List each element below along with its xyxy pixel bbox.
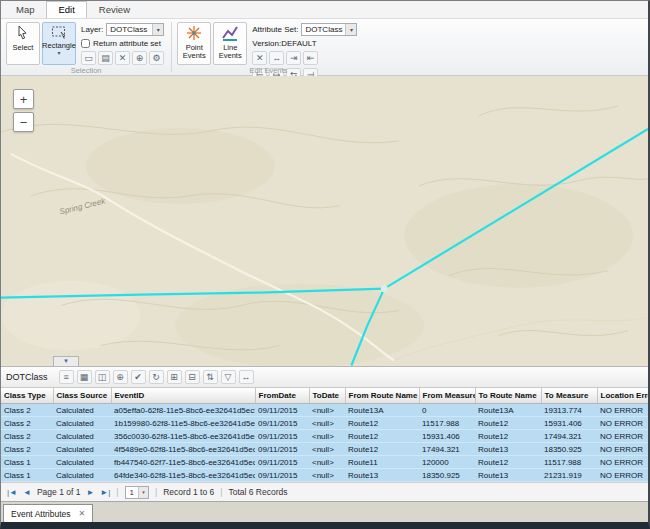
route-junction-vertex[interactable] [381,285,388,292]
table-row[interactable]: Class 2Calculated4f5489e0-62f8-11e5-8bc6… [1,443,650,456]
table-cell: Route13A [345,404,419,417]
page-number-dropdown[interactable]: 1 ▾ [125,486,149,499]
merge-event-icon[interactable]: ↔ [269,51,284,65]
pagination-bar: |◄ ◄ Page 1 of 1 ► ►| | 1 ▾ | Record 1 t… [1,482,648,501]
column-header[interactable]: Location Error [597,388,650,404]
app-window: MapEditReview Select Rectangle ▾ Layer: [0,0,650,529]
table-cell: Calculated [53,430,111,443]
table-cell: Route12 [475,417,541,430]
column-header[interactable]: ToDate [309,388,345,404]
table-cell: Class 2 [1,417,53,430]
table-cell: 15931.406 [419,430,475,443]
clear-selection-icon[interactable]: ✕ [115,51,130,65]
attribute-set-dropdown-value: DOTClass [302,25,345,34]
table-cell: Route11 [345,456,419,469]
add-record-icon[interactable]: ⊞ [167,370,182,384]
table-cell: Class 2 [1,430,53,443]
ribbon-tab-strip: MapEditReview [1,1,648,19]
tab-event-attributes[interactable]: Event Attributes ✕ [3,504,93,522]
table-cell: 21231.919 [541,469,597,482]
delete-record-icon[interactable]: ⊟ [185,370,200,384]
table-cell: Calculated [53,443,111,456]
zoom-in-button[interactable]: + [13,89,34,109]
edit-events-group: Point Events Line Events Attribute Set: … [172,19,364,75]
last-page-button[interactable]: ►| [100,488,110,497]
attribute-set-label: Attribute Set: [252,25,298,34]
return-attribute-set-checkbox[interactable] [81,39,90,48]
table-cell: fb447540-62f7-11e5-8bc6-ee32641d5ec9 [111,456,255,469]
tab-edit[interactable]: Edit [46,1,86,18]
column-header[interactable]: From Measure [419,388,475,404]
table-cell: 15931.406 [541,417,597,430]
attribute-set-dropdown[interactable]: DOTClass ▾ [301,23,357,36]
select-by-rectangle-icon[interactable]: ▭ [81,51,96,65]
panel-collapse-button[interactable]: ▼ [53,356,79,366]
chevron-down-icon[interactable]: ▾ [57,51,60,56]
pagination-separator: | [116,487,118,497]
column-header[interactable]: EventID [111,388,255,404]
column-header[interactable]: Class Type [1,388,53,404]
table-cell: 64fde340-62f8-11e5-8bc6-ee32641d5ec9 [111,469,255,482]
first-page-button[interactable]: |◄ [7,488,17,497]
line-events-button[interactable]: Line Events [213,22,247,65]
table-cell: 18350.925 [419,469,475,482]
table-row[interactable]: Class 2Calculateda05effa0-62f8-11e5-8bc6… [1,404,650,417]
edit-tool-icons-row1: ✕↔⇥⇤ [252,51,357,65]
table-row[interactable]: Class 1Calculated64fde340-62f8-11e5-8bc6… [1,469,650,482]
ribbon: Select Rectangle ▾ Layer: DOTClass ▾ [1,19,648,76]
table-row[interactable]: Class 1Calculatedfb447540-62f7-11e5-8bc6… [1,456,650,469]
filter-records-icon[interactable]: ▽ [221,370,236,384]
zoom-to-selection-icon[interactable]: ⊕ [132,51,147,65]
zoom-to-record-icon[interactable]: ⊕ [113,370,128,384]
extend-event-icon[interactable]: ⇥ [286,51,301,65]
zoom-out-button[interactable]: − [13,112,34,132]
select-tool-button[interactable]: Select [6,22,40,65]
selection-options-icon[interactable]: ⚙ [149,51,164,65]
sort-records-icon[interactable]: ⇅ [203,370,218,384]
rectangle-tool-button[interactable]: Rectangle ▾ [42,22,76,65]
table-cell: 09/11/2015 [255,430,309,443]
table-cell: 356c0030-62f8-11e5-8bc6-ee32641d5ec9 [111,430,255,443]
column-header[interactable]: To Route Name [475,388,541,404]
next-page-button[interactable]: ► [86,488,94,497]
table-cell: NO ERROR [597,404,650,417]
table-cell: Route13 [345,469,419,482]
save-edits-icon[interactable]: ✔ [131,370,146,384]
table-cell: Class 2 [1,404,53,417]
show-selected-records-icon[interactable]: ◫ [95,370,110,384]
trim-event-icon[interactable]: ⇤ [303,51,318,65]
table-cell: 09/11/2015 [255,469,309,482]
show-all-records-icon[interactable]: ▦ [77,370,92,384]
table-cell: <null> [309,430,345,443]
rectangle-select-icon [51,25,67,41]
open-attribute-table-icon[interactable]: ▤ [98,51,113,65]
split-event-icon[interactable]: ✕ [252,51,267,65]
selection-tool-icons: ▭▤✕⊕⚙ [81,51,164,65]
previous-page-button[interactable]: ◄ [23,488,31,497]
tab-review[interactable]: Review [87,1,142,18]
column-header[interactable]: FromDate [255,388,309,404]
selection-group-label: Selection [1,66,171,75]
table-row[interactable]: Class 2Calculated1b159980-62f8-11e5-8bc6… [1,417,650,430]
bottom-tab-strip: Event Attributes ✕ [1,501,648,522]
attribute-panel-title: DOTClass [6,372,48,382]
edit-events-group-label: Edit Events [172,66,364,75]
layer-dropdown[interactable]: DOTClass ▾ [106,23,164,36]
version-label: Version:DEFAULT [252,39,316,48]
table-row[interactable]: Class 2Calculated356c0030-62f8-11e5-8bc6… [1,430,650,443]
event-attributes-tab-label: Event Attributes [11,509,71,519]
close-icon[interactable]: ✕ [79,509,86,518]
column-header[interactable]: To Measure [541,388,597,404]
map-canvas[interactable] [1,76,648,366]
measure-tool-icon[interactable]: ↔ [239,370,254,384]
pagination-separator: | [155,487,157,497]
column-header[interactable]: From Route Name [345,388,419,404]
selection-options-column: Layer: DOTClass ▾ Return attribute set ▭… [81,23,164,65]
column-header[interactable]: Class Source [53,388,111,404]
tab-map[interactable]: Map [4,1,46,18]
selection-menu-icon[interactable]: ≡ [59,370,74,384]
table-cell: Calculated [53,469,111,482]
refresh-table-icon[interactable]: ↻ [149,370,164,384]
table-cell: NO ERROR [597,417,650,430]
point-events-button[interactable]: Point Events [177,22,211,65]
